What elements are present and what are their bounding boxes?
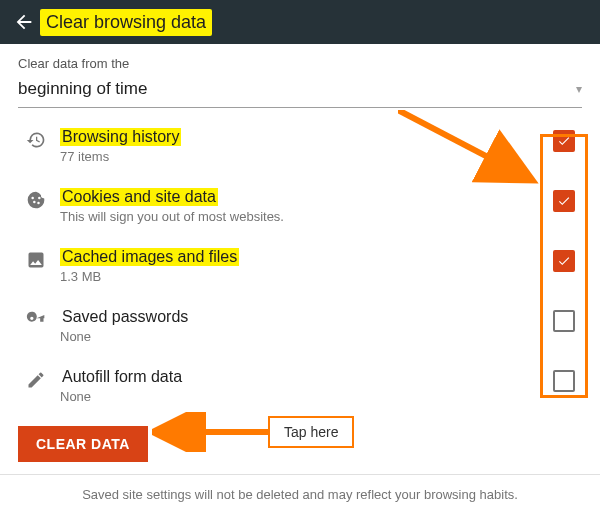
list-item-subtitle: None	[60, 389, 540, 404]
list-item-checkbox[interactable]	[546, 128, 582, 152]
list-item-checkbox[interactable]	[546, 248, 582, 272]
list-item-checkbox[interactable]	[546, 368, 582, 392]
list-item-checkbox[interactable]	[546, 188, 582, 212]
image-icon	[18, 248, 54, 270]
list-item[interactable]: Cookies and site dataThis will sign you …	[18, 178, 582, 238]
check-icon	[557, 254, 571, 268]
check-icon	[557, 134, 571, 148]
list-item-text: Browsing history77 items	[54, 128, 546, 164]
list-item-text: Autofill form dataNone	[54, 368, 546, 404]
app-bar: Clear browsing data	[0, 0, 600, 44]
list-item-text: Saved passwordsNone	[54, 308, 546, 344]
list-item-text: Cached images and files1.3 MB	[54, 248, 546, 284]
timerange-label: Clear data from the	[18, 56, 582, 71]
timerange-value: beginning of time	[18, 79, 147, 99]
list-item-subtitle: This will sign you out of most websites.	[60, 209, 540, 224]
key-icon	[18, 308, 54, 330]
list-item-text: Cookies and site dataThis will sign you …	[54, 188, 546, 224]
list-item[interactable]: Autofill form dataNone	[18, 358, 582, 418]
list-item-checkbox[interactable]	[546, 308, 582, 332]
list-item-title: Autofill form data	[60, 368, 184, 386]
list-item-subtitle: 77 items	[60, 149, 540, 164]
list-item-title: Cached images and files	[60, 248, 239, 266]
list-item[interactable]: Saved passwordsNone	[18, 298, 582, 358]
clear-data-button[interactable]: CLEAR DATA	[18, 426, 148, 462]
timerange-select[interactable]: beginning of time ▾	[18, 73, 582, 108]
list-item[interactable]: Browsing history77 items	[18, 118, 582, 178]
action-bar: CLEAR DATA	[0, 418, 600, 475]
pencil-icon	[18, 368, 54, 390]
list-item-title: Browsing history	[60, 128, 181, 146]
check-icon	[557, 194, 571, 208]
list-item-title: Cookies and site data	[60, 188, 218, 206]
list-item[interactable]: Cached images and files1.3 MB	[18, 238, 582, 298]
list-item-subtitle: None	[60, 329, 540, 344]
data-type-list: Browsing history77 itemsCookies and site…	[0, 114, 600, 418]
history-icon	[18, 128, 54, 150]
timerange-section: Clear data from the beginning of time ▾	[0, 44, 600, 114]
list-item-title: Saved passwords	[60, 308, 190, 326]
list-item-subtitle: 1.3 MB	[60, 269, 540, 284]
page-title: Clear browsing data	[40, 9, 212, 36]
caret-down-icon: ▾	[576, 82, 582, 96]
back-arrow-icon[interactable]	[8, 6, 40, 38]
cookie-icon	[18, 188, 54, 210]
footer-note: Saved site settings will not be deleted …	[0, 475, 600, 514]
